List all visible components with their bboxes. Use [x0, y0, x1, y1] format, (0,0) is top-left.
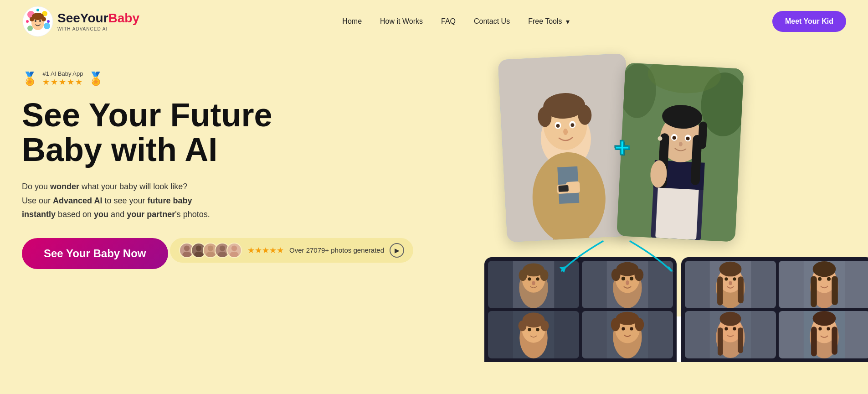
svg-point-104	[719, 262, 742, 277]
svg-point-18	[208, 245, 213, 251]
avatar-group	[179, 243, 242, 258]
svg-point-95	[611, 318, 620, 331]
photo-card-woman	[616, 62, 744, 242]
laurel-right-icon: 🏅	[88, 71, 104, 86]
badge-text: #1 AI Baby App ★★★★★	[42, 70, 83, 87]
svg-point-4	[27, 26, 33, 31]
baby-girl-4	[779, 311, 868, 358]
svg-rect-103	[738, 276, 744, 303]
svg-point-21	[218, 252, 226, 257]
photos-composition: +	[475, 52, 846, 362]
svg-point-23	[230, 252, 238, 257]
heading-line2: Baby with AI	[22, 131, 217, 168]
you-text: you	[94, 210, 108, 219]
social-proof-bar: ★★★★★ Over 27079+ photos generated ▶	[170, 238, 413, 263]
svg-point-12	[47, 20, 50, 23]
svg-point-107	[729, 281, 732, 285]
svg-point-131	[827, 327, 830, 330]
svg-rect-127	[811, 327, 817, 356]
hero-description: Do you wonder what your baby will look l…	[22, 180, 277, 222]
svg-point-87	[518, 321, 526, 332]
svg-rect-54	[698, 121, 707, 149]
nav-contact-link[interactable]: Contact Us	[474, 17, 510, 25]
svg-point-15	[182, 252, 191, 257]
svg-point-122	[724, 327, 728, 330]
logo-baby: Baby	[108, 11, 139, 25]
svg-point-7	[39, 20, 41, 22]
svg-point-96	[635, 318, 644, 331]
svg-marker-62	[560, 266, 566, 273]
svg-point-16	[196, 245, 201, 251]
logo-icon	[22, 5, 54, 37]
svg-point-98	[630, 327, 633, 330]
svg-point-113	[813, 261, 836, 277]
svg-rect-119	[718, 327, 723, 355]
partner-text: your partner	[127, 210, 175, 219]
svg-point-89	[528, 328, 531, 331]
baby-boy-4	[582, 311, 673, 358]
advanced-ai-text: Advanced AI	[53, 196, 102, 205]
nav-contact[interactable]: Contact Us	[474, 17, 510, 26]
avatar-5	[226, 243, 242, 258]
nav-faq-link[interactable]: FAQ	[441, 17, 456, 25]
nav-free-tools[interactable]: Free Tools	[528, 17, 569, 26]
svg-point-80	[621, 277, 625, 280]
svg-point-88	[540, 321, 549, 332]
chevron-down-icon	[564, 17, 570, 26]
hero-heading: See Your Future Baby with AI	[22, 98, 475, 167]
svg-point-22	[231, 245, 237, 251]
laurel-left-icon: 🏅	[22, 71, 38, 86]
badge-container: 🏅 #1 AI Baby App ★★★★★ 🏅	[22, 70, 475, 87]
proof-play-button[interactable]: ▶	[390, 243, 404, 258]
nav-free-tools-link[interactable]: Free Tools	[528, 17, 569, 26]
svg-point-105	[724, 277, 728, 280]
baby-girl-2	[779, 261, 868, 308]
svg-point-81	[630, 277, 633, 280]
svg-point-3	[44, 23, 50, 29]
svg-rect-112	[832, 276, 838, 305]
svg-point-90	[536, 328, 539, 331]
logo-your: Your	[80, 11, 108, 25]
svg-point-72	[536, 277, 539, 280]
nav-how-it-works-link[interactable]: How it Works	[380, 17, 423, 25]
svg-point-71	[528, 277, 531, 280]
svg-point-10	[41, 17, 46, 21]
baby-girl-3	[685, 311, 776, 358]
svg-point-106	[733, 277, 736, 280]
svg-point-13	[36, 9, 39, 11]
svg-point-97	[621, 327, 625, 330]
logo-sub: WITH ADVANCED AI	[57, 26, 139, 31]
see-your-baby-button[interactable]: See Your Baby Now	[22, 238, 168, 269]
nav-how-it-works[interactable]: How it Works	[380, 17, 423, 26]
svg-marker-63	[667, 266, 673, 272]
nav-home[interactable]: Home	[342, 17, 362, 26]
proof-text: Over 27079+ photos generated	[289, 246, 384, 254]
svg-rect-111	[811, 276, 817, 307]
svg-rect-48	[655, 183, 699, 240]
svg-point-9	[30, 17, 34, 21]
svg-point-14	[184, 245, 190, 251]
svg-point-129	[813, 311, 836, 326]
svg-point-6	[35, 20, 36, 22]
svg-point-20	[220, 245, 225, 251]
logo[interactable]: SeeYourBaby WITH ADVANCED AI	[22, 5, 139, 37]
badge-stars: ★★★★★	[42, 77, 83, 87]
meet-your-kid-button[interactable]: Meet Your Kid	[772, 11, 846, 32]
logo-see: See	[57, 11, 80, 25]
nav-links: Home How it Works FAQ Contact Us Free To…	[342, 17, 569, 26]
svg-point-19	[206, 252, 215, 257]
plus-combine-icon: +	[614, 132, 630, 163]
svg-rect-120	[738, 327, 743, 353]
hero-content-left: 🏅 #1 AI Baby App ★★★★★ 🏅 See Your Future…	[22, 52, 475, 282]
hero-visual-right: +	[475, 52, 846, 362]
svg-point-121	[719, 312, 741, 326]
svg-rect-41	[558, 185, 569, 192]
nav-faq[interactable]: FAQ	[441, 17, 456, 26]
combine-arrows	[521, 239, 712, 275]
svg-point-17	[194, 252, 203, 257]
svg-point-73	[532, 281, 535, 285]
badge-label: #1 AI Baby App	[43, 70, 83, 77]
woman-photo	[616, 62, 744, 242]
svg-point-123	[733, 327, 736, 330]
nav-home-link[interactable]: Home	[342, 17, 362, 25]
